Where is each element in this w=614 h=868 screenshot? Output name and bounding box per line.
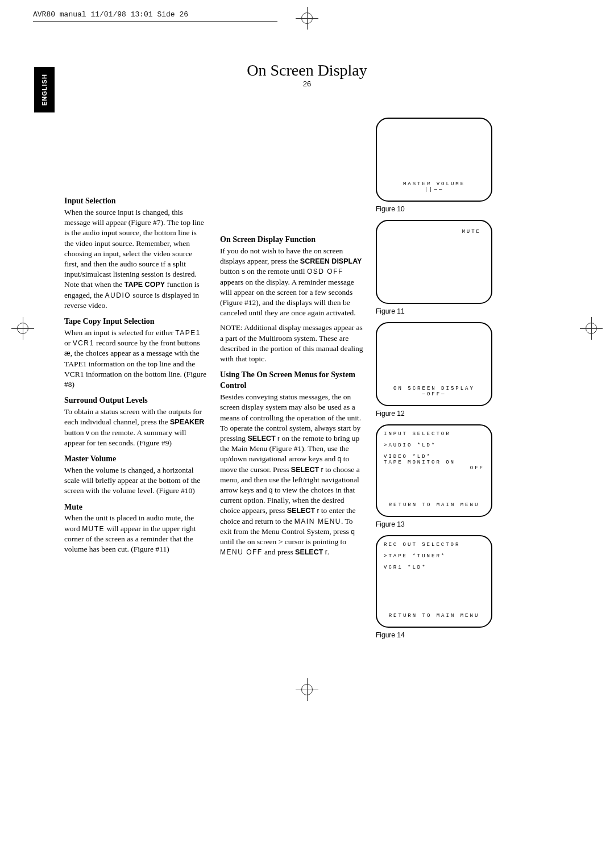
- fig13-l1: INPUT SELECTOR: [384, 431, 484, 437]
- heading-mute: Mute: [64, 502, 208, 513]
- para-osd-menus: Besides conveying status messages, the o…: [220, 392, 363, 558]
- heading-master-volume: Master Volume: [64, 454, 208, 465]
- heading-osd-menus: Using The On Screen Menus for System Con…: [220, 370, 363, 391]
- fig12-line2: —OFF—: [377, 391, 491, 397]
- para-tape-copy: When an input is selected for either TAP…: [64, 328, 208, 390]
- content-area: Input Selection When the source input is…: [64, 196, 547, 646]
- figure-11-screen: MUTE: [376, 220, 492, 304]
- column-2: On Screen Display Function If you do not…: [220, 235, 363, 646]
- para-input-selection: When the source input is changed, this m…: [64, 207, 208, 311]
- para-osd-note: NOTE: Additional display messages appear…: [220, 323, 363, 364]
- crop-mark-top: [296, 7, 318, 30]
- heading-input-selection: Input Selection: [64, 196, 208, 207]
- fig13-l6: RETURN TO MAIN MENU: [377, 502, 491, 508]
- page-number: 26: [0, 80, 614, 88]
- fig14-l3: VCR1 *LD*: [384, 565, 484, 570]
- fig11-line1: MUTE: [462, 229, 481, 235]
- fig14-l1: REC OUT SELECTOR: [384, 542, 484, 548]
- fig14-l2: >TAPE *TUNER*: [384, 553, 484, 559]
- fig13-l4: TAPE MONITOR ON: [384, 460, 484, 465]
- fig13-l2: >AUDIO *LD*: [384, 443, 484, 448]
- print-header: AVR80 manual 11/01/98 13:01 Side 26: [33, 10, 277, 22]
- page-title: On Screen Display: [0, 61, 614, 80]
- crop-mark-left: [11, 317, 34, 340]
- heading-tape-copy: Tape Copy Input Selection: [64, 316, 208, 327]
- column-1: Input Selection When the source input is…: [64, 196, 208, 646]
- figure-13-label: Figure 13: [376, 520, 501, 528]
- heading-surround: Surround Output Levels: [64, 395, 208, 406]
- crop-mark-right: [580, 317, 603, 340]
- para-master-volume: When the volume is changed, a horizontal…: [64, 465, 208, 496]
- figure-13-screen: INPUT SELECTOR >AUDIO *LD* VIDEO *LD* TA…: [376, 424, 492, 517]
- figure-column: MASTER VOLUME ||—— Figure 10 MUTE Figure…: [376, 118, 501, 646]
- fig12-line1: ON SCREEN DISPLAY: [377, 386, 491, 391]
- para-surround: To obtain a status screen with the outpu…: [64, 407, 208, 448]
- figure-14-screen: REC OUT SELECTOR >TAPE *TUNER* VCR1 *LD*…: [376, 535, 492, 628]
- para-osd-function: If you do not wish to have the on screen…: [220, 246, 363, 319]
- heading-osd-function: On Screen Display Function: [220, 235, 363, 245]
- fig13-l3: VIDEO *LD*: [384, 454, 484, 460]
- figure-10-label: Figure 10: [376, 205, 501, 213]
- figure-12-label: Figure 12: [376, 410, 501, 418]
- crop-mark-bottom: [296, 678, 318, 701]
- para-mute: When the unit is placed in audio mute, t…: [64, 513, 208, 554]
- figure-14-label: Figure 14: [376, 631, 501, 639]
- figure-11-label: Figure 11: [376, 307, 501, 315]
- figure-10-screen: MASTER VOLUME ||——: [376, 118, 492, 202]
- fig13-l5: OFF: [384, 465, 484, 471]
- figure-12-screen: ON SCREEN DISPLAY —OFF—: [376, 322, 492, 406]
- fig10-line1: MASTER VOLUME: [377, 181, 491, 187]
- fig14-l6: RETURN TO MAIN MENU: [377, 613, 491, 619]
- fig10-line2: ||——: [377, 187, 491, 193]
